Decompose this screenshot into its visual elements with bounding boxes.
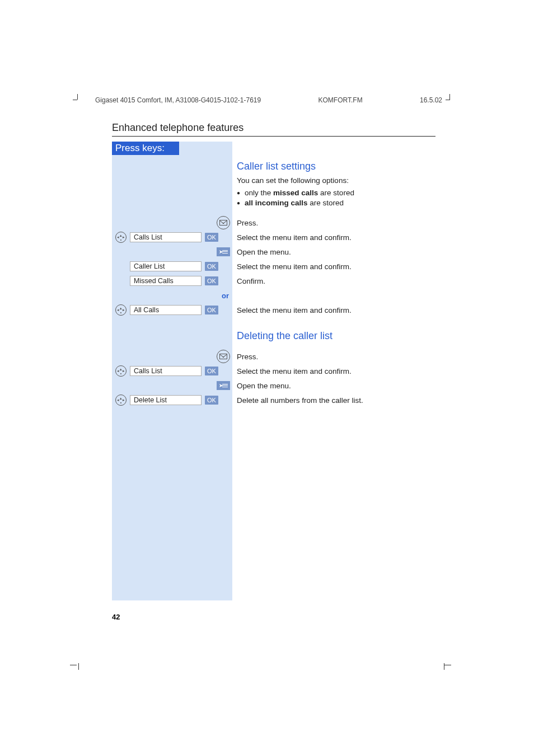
nav-icon: ▴▪◂▸ (115, 232, 127, 243)
step-press-2: Press. (232, 353, 258, 361)
menu-item-calls-list-2: Calls List (130, 366, 202, 376)
doc-header-meta: Gigaset 4015 Comfort, IM, A31008-G4015-J… (95, 96, 442, 104)
bullet-1-bold: missed calls (273, 189, 318, 197)
bullet-1: only the missed calls are stored (237, 188, 354, 198)
section-title: Enhanced telephone features (112, 122, 435, 137)
crop-mark (444, 665, 451, 665)
heading-deleting-caller-list: Deleting the caller list (232, 330, 332, 342)
desc-all-calls: Select the menu item and confirm. (232, 306, 352, 314)
heading-caller-list-settings: Caller list settings (232, 161, 316, 172)
bullet-1-post: are stored (318, 189, 354, 197)
desc-open-menu-1: Open the menu. (232, 248, 291, 256)
crop-mark (73, 100, 77, 100)
nav-icon: ▴▪◂▸ (115, 395, 127, 406)
desc-caller-list: Select the menu item and confirm. (232, 262, 352, 271)
or-label: or (112, 292, 230, 300)
menu-item-all-calls: All Calls (130, 305, 202, 315)
ok-badge: OK (205, 262, 218, 271)
doc-file: KOMFORT.FM (318, 96, 363, 104)
menu-icon: ➤ (217, 247, 230, 256)
intro-line: You can set the following options: (232, 176, 349, 185)
ok-badge: OK (205, 233, 218, 242)
crop-mark (446, 100, 450, 100)
envelope-icon (217, 216, 230, 229)
menu-item-missed-calls: Missed Calls (130, 276, 202, 286)
crop-mark (77, 94, 78, 100)
bullet-2: all incoming calls are stored (237, 198, 354, 208)
crop-mark (70, 665, 77, 665)
nav-icon: ▴▪◂▸ (115, 304, 127, 316)
crop-mark (444, 663, 444, 670)
desc-missed-calls: Confirm. (232, 277, 265, 285)
desc-open-menu-2: Open the menu. (232, 382, 291, 390)
crop-mark (449, 94, 450, 100)
desc-calls-list: Select the menu item and confirm. (232, 233, 352, 242)
menu-item-calls-list: Calls List (130, 232, 202, 242)
ok-badge: OK (205, 276, 218, 285)
page-number: 42 (112, 613, 120, 621)
step-press-1: Press. (232, 219, 258, 227)
ok-badge: OK (205, 306, 218, 314)
bullet-2-bold: all incoming calls (245, 199, 308, 207)
crop-mark (78, 663, 79, 670)
content-column: Caller list settings You can set the fol… (112, 142, 437, 408)
doc-date: 16.5.02 (420, 96, 442, 104)
ok-badge: OK (205, 396, 218, 405)
menu-icon: ➤ (217, 381, 230, 390)
doc-id: Gigaset 4015 Comfort, IM, A31008-G4015-J… (95, 96, 261, 104)
ok-badge: OK (205, 367, 218, 375)
menu-item-delete-list: Delete List (130, 395, 202, 405)
menu-item-caller-list: Caller List (130, 261, 202, 271)
bullet-1-pre: only the (245, 189, 273, 197)
nav-icon: ▴▪◂▸ (115, 365, 127, 377)
bullet-2-post: are stored (308, 199, 344, 207)
desc-calls-list-2: Select the menu item and confirm. (232, 367, 352, 375)
intro-bullets: only the missed calls are stored all inc… (232, 188, 354, 208)
desc-delete-list: Delete all numbers from the caller list. (232, 396, 363, 405)
envelope-icon (217, 350, 230, 363)
